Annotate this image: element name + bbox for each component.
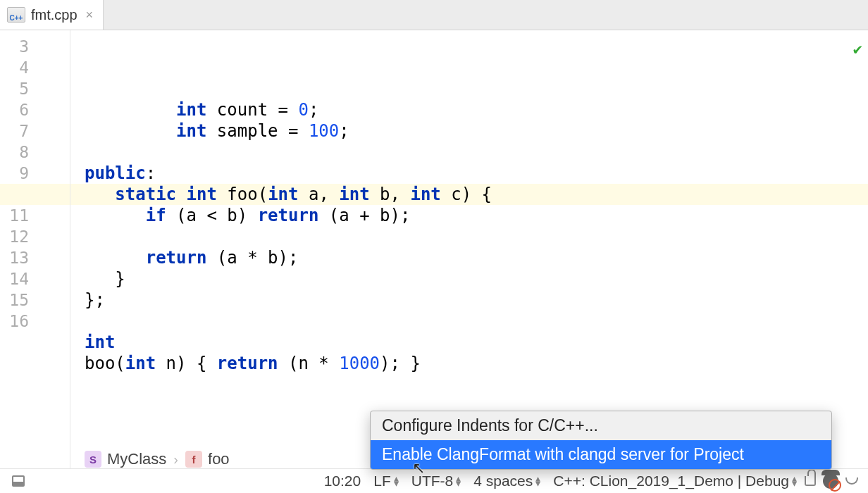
updown-icon: ▴▾ (535, 476, 540, 486)
tab-filename: fmt.cpp (31, 7, 78, 23)
mouse-cursor-icon: ↖ (412, 459, 425, 478)
breadcrumb-separator-icon: › (173, 451, 178, 468)
line-number: 15 (0, 289, 70, 311)
inspection-ok-icon[interactable]: ✔ (853, 39, 862, 60)
code-line[interactable]: boo(int n) { return (n * 1000); } (85, 353, 868, 374)
struct-icon: S (85, 451, 101, 468)
line-number: 6 (0, 99, 70, 120)
code-line[interactable]: int (85, 332, 868, 353)
updown-icon: ▴▾ (456, 476, 461, 486)
code-line[interactable]: public: (85, 163, 868, 184)
breadcrumb-label: foo (208, 450, 230, 468)
forbidden-icon (829, 479, 841, 492)
menu-item[interactable]: Enable ClangFormat with clangd server fo… (371, 440, 831, 469)
code-line[interactable]: } (85, 268, 868, 289)
current-line-highlight (0, 184, 70, 205)
updown-icon: ▴▾ (792, 476, 797, 486)
code-line[interactable] (85, 311, 868, 332)
cpp-file-icon (7, 7, 25, 23)
tool-window-icon[interactable] (12, 475, 25, 487)
close-icon[interactable]: × (86, 8, 94, 23)
line-number: 7 (0, 120, 70, 142)
code-line[interactable]: int count = 0; (85, 99, 868, 120)
line-number: 16 (0, 311, 70, 332)
breadcrumb: SMyClass›ffoo (85, 450, 230, 468)
indent-setting[interactable]: 4 spaces ▴▾ (469, 473, 545, 489)
menu-item[interactable]: Configure Indents for C/C++... (371, 411, 831, 440)
function-icon: f (185, 451, 202, 468)
line-number: 4 (0, 57, 70, 78)
code-editor[interactable]: ✔ int count = 0; int sample = 100; publi… (70, 30, 868, 468)
line-number: 13 (0, 247, 70, 268)
line-number: 8 (0, 142, 70, 163)
indent-popup-menu: Configure Indents for C/C++...Enable Cla… (370, 411, 832, 470)
breadcrumb-item[interactable]: ffoo (185, 450, 230, 468)
line-number: 11 (0, 205, 70, 226)
line-number: 12 (0, 226, 70, 247)
line-separator[interactable]: LF ▴▾ (368, 473, 404, 489)
file-tab[interactable]: fmt.cpp × (0, 0, 104, 30)
lock-icon[interactable] (805, 476, 816, 486)
code-line[interactable]: static int foo(int a, int b, int c) { (85, 184, 868, 205)
code-line[interactable] (85, 226, 868, 247)
breadcrumb-label: MyClass (107, 450, 166, 468)
code-line[interactable]: }; (85, 289, 868, 311)
line-number-gutter: 345678910111213141516 (0, 30, 70, 468)
status-bar: 10:20 LF ▴▾ UTF-8 ▴▾ 4 spaces ▴▾ C++: CL… (0, 468, 868, 493)
code-line[interactable]: if (a < b) return (a + b); (85, 205, 868, 226)
code-line[interactable]: return (a * b); (85, 247, 868, 268)
run-config[interactable]: C++: CLion_2019_1_Demo | Debug ▴▾ (548, 473, 802, 489)
line-number: 9 (0, 163, 70, 184)
preview-icon[interactable] (845, 478, 858, 485)
cursor-position[interactable]: 10:20 (319, 473, 366, 489)
updown-icon: ▴▾ (394, 476, 399, 486)
line-number: 3 (0, 36, 70, 57)
line-number: 14 (0, 268, 70, 289)
code-line[interactable] (85, 374, 868, 395)
breadcrumb-item[interactable]: SMyClass (85, 450, 166, 468)
code-line[interactable]: int sample = 100; (85, 120, 868, 142)
line-number: 5 (0, 78, 70, 99)
code-line[interactable] (85, 142, 868, 163)
